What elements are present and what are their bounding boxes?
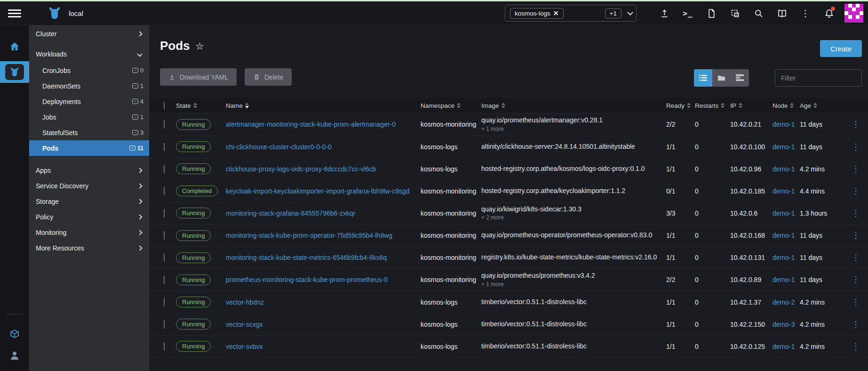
node-link[interactable]: demo-1 [772, 187, 795, 195]
favorite-star-icon[interactable]: ☆ [196, 40, 204, 52]
row-actions-kebab-icon[interactable]: ⋮ [844, 119, 868, 129]
pod-name-link[interactable]: monitoring-stack-kube-state-metrics-6546… [226, 254, 387, 261]
row-checkbox[interactable] [164, 320, 165, 329]
column-header-age[interactable]: Age [800, 102, 844, 109]
column-header-ip[interactable]: IP [730, 102, 772, 109]
copy-kubeconfig-button[interactable] [723, 5, 747, 22]
row-actions-kebab-icon[interactable]: ⋮ [844, 208, 868, 218]
table-body: Running alertmanager-monitoring-stack-ku… [150, 113, 868, 358]
view-list-button[interactable] [694, 69, 712, 87]
pod-name-link[interactable]: prometheus-monitoring-stack-kube-prom-pr… [226, 276, 388, 283]
rail-cluster-local-button[interactable] [0, 61, 29, 83]
pod-name-link[interactable]: monitoring-stack-grafana-84555796b6-zxkq… [226, 210, 355, 217]
search-button[interactable] [747, 5, 770, 22]
row-actions-kebab-icon[interactable]: ⋮ [844, 319, 868, 330]
rancher-bull-icon [9, 67, 20, 77]
row-actions-kebab-icon[interactable]: ⋮ [844, 142, 868, 152]
column-header-name[interactable]: Name [226, 102, 421, 109]
node-link[interactable]: demo-1 [772, 254, 795, 261]
node-link[interactable]: demo-1 [772, 343, 795, 350]
sidebar-workloads-child[interactable]: CronJobs − 0 [29, 63, 149, 78]
namespace-filter-dropdown[interactable]: kosmos-logs ✕ +1 [505, 5, 637, 22]
sidebar-group-item[interactable]: Storage [29, 194, 149, 209]
notifications-button[interactable] [817, 5, 841, 22]
sidebar-group-item[interactable]: More Resources [29, 240, 149, 256]
remove-namespace-icon[interactable]: ✕ [553, 10, 559, 16]
pod-name-link[interactable]: monitoring-stack-kube-prom-operator-75d5… [226, 232, 392, 239]
row-checkbox[interactable] [164, 275, 165, 284]
pod-name-link[interactable]: keycloak-import-keycloakimporter-import-… [226, 187, 410, 195]
namespace-more-badge[interactable]: +1 [605, 8, 621, 18]
pod-name-link[interactable]: vector-scxgx [226, 321, 263, 328]
cluster-name[interactable]: local [69, 9, 83, 17]
namespace-chip[interactable]: kosmos-logs ✕ [510, 8, 564, 19]
docs-button[interactable] [770, 5, 794, 22]
delete-button[interactable]: Delete [245, 68, 292, 86]
sidebar-item-workloads[interactable]: Workloads [29, 46, 149, 62]
column-header-image[interactable]: Image [481, 102, 666, 109]
row-actions-kebab-icon[interactable]: ⋮ [844, 186, 868, 196]
sidebar-group-item[interactable]: Monitoring [29, 225, 149, 240]
sidebar-workloads-child[interactable]: Pods − 11 [29, 140, 149, 156]
row-actions-kebab-icon[interactable]: ⋮ [844, 164, 868, 174]
column-header-node[interactable]: Node [772, 102, 800, 109]
sidebar-workloads-child[interactable]: Jobs − 1 [29, 109, 149, 125]
pod-name-link[interactable]: vector-svbvx [226, 343, 263, 350]
kubectl-shell-button[interactable]: >_ [676, 5, 700, 22]
row-checkbox[interactable] [164, 209, 165, 218]
node-link[interactable]: demo-1 [772, 232, 795, 239]
row-actions-kebab-icon[interactable]: ⋮ [844, 297, 868, 307]
sidebar-item-cluster[interactable]: Cluster [29, 25, 149, 42]
sidebar-group-item[interactable]: Policy [29, 209, 149, 225]
rail-user-button[interactable] [0, 345, 29, 366]
pod-name-link[interactable]: alertmanager-monitoring-stack-kube-prom-… [226, 121, 396, 128]
node-link[interactable]: demo-1 [772, 276, 795, 283]
upload-icon [660, 8, 669, 18]
node-link[interactable]: demo-1 [772, 121, 795, 128]
select-all-checkbox[interactable] [164, 102, 165, 110]
filter-input[interactable] [775, 69, 862, 87]
download-yaml-button[interactable]: Download YAML [160, 68, 237, 86]
row-actions-kebab-icon[interactable]: ⋮ [844, 252, 868, 263]
column-header-ready[interactable]: Ready [666, 102, 695, 109]
sidebar-group-item[interactable]: Service Discovery [29, 178, 149, 194]
user-avatar[interactable] [844, 4, 863, 23]
rail-cluster-tools-button[interactable] [0, 323, 29, 345]
row-checkbox[interactable] [164, 342, 165, 351]
view-folder-button[interactable] [712, 69, 731, 87]
row-checkbox[interactable] [164, 187, 165, 195]
column-header-restarts[interactable]: Restarts [695, 102, 730, 109]
create-button[interactable]: Create [820, 40, 862, 57]
node-link[interactable]: demo-3 [772, 321, 795, 328]
column-header-state[interactable]: State [176, 102, 226, 109]
more-options-button[interactable]: ⋮ [794, 5, 817, 22]
row-actions-kebab-icon[interactable]: ⋮ [844, 230, 868, 241]
row-checkbox[interactable] [164, 120, 165, 129]
pod-name-link[interactable]: clickhouse-proxy-logs-oidc-proxy-6dcccdc… [226, 165, 376, 173]
sidebar-group-item[interactable]: Apps [29, 162, 149, 178]
hamburger-menu-button[interactable] [0, 1, 29, 25]
kubeconfig-file-button[interactable] [700, 5, 723, 22]
sidebar-workloads-child[interactable]: Deployments − 4 [29, 94, 149, 109]
view-grouped-button[interactable] [731, 69, 749, 87]
pod-name-link[interactable]: vector-hbdnz [226, 298, 264, 306]
node-link[interactable]: demo-1 [772, 143, 795, 151]
row-checkbox[interactable] [164, 143, 165, 151]
node-link[interactable]: demo-1 [772, 165, 795, 173]
row-actions-kebab-icon[interactable]: ⋮ [844, 341, 868, 352]
count-badge-icon: − [132, 114, 138, 120]
row-checkbox[interactable] [164, 165, 165, 173]
column-label: Ready [666, 102, 685, 109]
row-checkbox[interactable] [164, 253, 165, 262]
column-header-namespace[interactable]: Namespace [421, 102, 481, 109]
rail-home-button[interactable] [0, 36, 29, 57]
row-actions-kebab-icon[interactable]: ⋮ [844, 274, 868, 285]
node-link[interactable]: demo-1 [772, 210, 795, 217]
import-yaml-button[interactable] [653, 5, 676, 22]
sidebar-workloads-child[interactable]: DaemonSets − 1 [29, 78, 149, 94]
sidebar-workloads-child[interactable]: StatefulSets − 3 [29, 125, 149, 140]
row-checkbox[interactable] [164, 298, 165, 306]
node-link[interactable]: demo-2 [772, 298, 795, 306]
pod-name-link[interactable]: chi-clickhouse-cluster-cluster0-0-0-0 [226, 143, 332, 151]
row-checkbox[interactable] [164, 231, 165, 240]
